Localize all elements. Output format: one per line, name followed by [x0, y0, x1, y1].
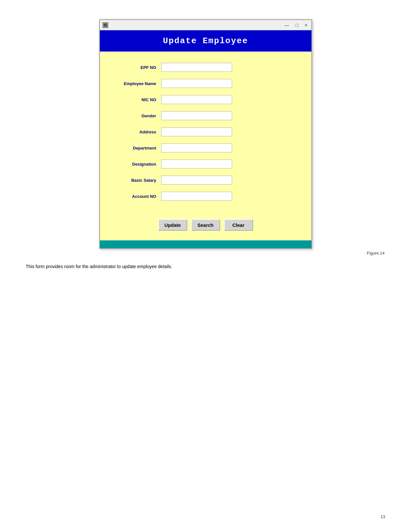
- title-bar-controls: — □ ×: [283, 23, 309, 28]
- department-label: Department: [110, 146, 161, 150]
- window-footer: [100, 240, 311, 248]
- account-no-input[interactable]: [161, 192, 232, 201]
- window-header: Update Employee: [100, 30, 311, 52]
- page-container: ⚙ — □ × Update Employee EPF NO Employee …: [0, 0, 411, 532]
- epf-no-label: EPF NO: [110, 65, 161, 70]
- search-button[interactable]: Search: [191, 219, 220, 231]
- window-body: EPF NO Employee Name NIC NO Gender Addre: [100, 52, 311, 240]
- window-frame: ⚙ — □ × Update Employee EPF NO Employee …: [99, 19, 312, 249]
- form-area: EPF NO Employee Name NIC NO Gender Addre: [100, 58, 311, 213]
- basic-salary-row: Basic Salary: [110, 174, 302, 186]
- designation-label: Designation: [110, 162, 161, 167]
- window-title: Update Employee: [103, 36, 308, 46]
- button-row: Update Search Clear: [100, 213, 311, 234]
- maximize-button[interactable]: □: [294, 23, 299, 28]
- gender-input[interactable]: [161, 111, 232, 120]
- department-input[interactable]: [161, 143, 232, 152]
- basic-salary-label: Basic Salary: [110, 178, 161, 183]
- address-input[interactable]: [161, 127, 232, 136]
- gender-row: Gender: [110, 110, 302, 122]
- department-row: Department: [110, 142, 302, 154]
- epf-no-row: EPF NO: [110, 61, 302, 73]
- title-bar-left: ⚙: [103, 22, 108, 28]
- epf-no-input[interactable]: [161, 63, 232, 72]
- employee-name-row: Employee Name: [110, 77, 302, 90]
- account-no-label: Account NO: [110, 194, 161, 199]
- address-label: Address: [110, 130, 161, 134]
- employee-name-label: Employee Name: [110, 81, 161, 86]
- minimize-button[interactable]: —: [283, 23, 290, 28]
- title-bar: ⚙ — □ ×: [100, 20, 311, 30]
- basic-salary-input[interactable]: [161, 176, 232, 185]
- nic-no-input[interactable]: [161, 95, 232, 104]
- designation-input[interactable]: [161, 160, 232, 169]
- nic-no-row: NIC NO: [110, 93, 302, 106]
- employee-name-input[interactable]: [161, 79, 232, 88]
- close-button[interactable]: ×: [303, 23, 308, 28]
- account-no-row: Account NO: [110, 190, 302, 202]
- address-row: Address: [110, 126, 302, 138]
- page-number: 13: [381, 514, 385, 519]
- designation-row: Designation: [110, 158, 302, 170]
- description-text: This form provides room for the administ…: [26, 263, 385, 270]
- app-icon: ⚙: [103, 22, 108, 28]
- clear-button[interactable]: Clear: [224, 219, 253, 231]
- figure-caption: Figure 14: [26, 251, 385, 256]
- nic-no-label: NIC NO: [110, 97, 161, 102]
- gender-label: Gender: [110, 113, 161, 118]
- update-button[interactable]: Update: [158, 219, 187, 231]
